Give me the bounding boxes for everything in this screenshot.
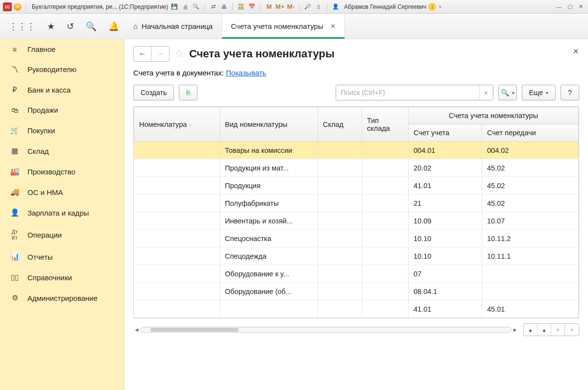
m-icon[interactable]: M: [265, 2, 273, 11]
table-row[interactable]: Инвентарь и хозяй...10.0910.07: [134, 212, 579, 230]
save-icon[interactable]: 💾: [170, 2, 179, 11]
sidebar-item-assets[interactable]: 🚚ОС и НМА: [0, 182, 124, 202]
prev-row-icon[interactable]: ▲: [538, 324, 551, 336]
cell-vid: Оборудование к у...: [220, 265, 318, 283]
books-icon: ▯▯: [10, 273, 20, 282]
info-icon[interactable]: i: [428, 3, 436, 11]
sidebar-item-main[interactable]: ≡Главное: [0, 39, 124, 59]
table-row[interactable]: 41.0145.01: [134, 300, 579, 318]
bell-icon[interactable]: 🔔: [108, 21, 119, 32]
sidebar-item-reports[interactable]: 📊Отчеты: [0, 246, 124, 267]
sidebar-item-warehouse[interactable]: ▦Склад: [0, 141, 124, 161]
cell-nom: [134, 177, 220, 195]
col-warehouse[interactable]: Склад: [318, 107, 362, 142]
create-copy-button[interactable]: ⎘: [179, 85, 197, 100]
factory-icon: 🏭: [10, 167, 20, 176]
menu-icon: ≡: [10, 45, 20, 53]
titlebar-menu-icon[interactable]: ▾: [14, 3, 22, 11]
mplus-icon[interactable]: M+: [275, 2, 284, 11]
sidebar-item-label: Зарплата и кадры: [27, 209, 89, 217]
star-icon[interactable]: ☆: [174, 48, 184, 60]
col-group[interactable]: Счета учета номенклатуры: [409, 107, 579, 124]
cart-icon: 🛒: [10, 126, 20, 135]
table-row[interactable]: Спецоснастка10.1010.11.2: [134, 230, 579, 247]
search-tool-icon[interactable]: 🔍: [86, 21, 97, 32]
help-button[interactable]: ?: [561, 85, 579, 100]
table-row[interactable]: Спецодежда10.1010.11.1: [134, 247, 579, 265]
cell-sklad: [318, 283, 362, 300]
preview-icon[interactable]: 🔍: [192, 2, 200, 11]
back-button[interactable]: ←: [134, 47, 151, 61]
create-button[interactable]: Создать: [133, 85, 174, 100]
maximize-icon[interactable]: ▢: [565, 2, 574, 11]
printer-icon[interactable]: 🖶: [220, 2, 228, 11]
calc-icon[interactable]: 🧮: [237, 2, 245, 11]
zoom-icon[interactable]: 🔎: [303, 2, 312, 11]
compare-icon[interactable]: ⇄: [209, 2, 218, 11]
sidebar-item-admin[interactable]: ⚙Администрирование: [0, 288, 124, 308]
sidebar-item-hr[interactable]: 👤Зарплата и кадры: [0, 202, 124, 223]
next-row-icon[interactable]: ▼: [551, 324, 565, 336]
col-account[interactable]: Счет учета: [409, 124, 482, 142]
history-icon[interactable]: ↺: [67, 21, 74, 32]
apps-icon[interactable]: ⋮⋮⋮: [9, 21, 35, 32]
bars-icon: 📊: [10, 252, 20, 261]
tab-current[interactable]: Счета учета номенклатуры ✕: [222, 14, 344, 39]
sidebar-item-operations[interactable]: Дт КтОперации: [0, 223, 124, 246]
first-row-icon[interactable]: ▲: [524, 324, 538, 336]
col-nomenclature[interactable]: Номенклатура↑: [134, 107, 220, 142]
scroll-right-icon[interactable]: ►: [512, 327, 518, 333]
cell-acct: 07: [409, 265, 482, 283]
scrollbar[interactable]: [140, 327, 512, 333]
sidebar-item-manager[interactable]: 〽Руководителю: [0, 59, 124, 79]
close-tab-icon[interactable]: ✕: [330, 23, 336, 30]
panel-icon[interactable]: ▯: [314, 2, 323, 11]
tab-home[interactable]: ⌂ Начальная страница: [124, 14, 222, 39]
sidebar-item-label: Администрирование: [27, 294, 98, 302]
table-row[interactable]: Продукция41.0145.02: [134, 177, 579, 195]
cell-transfer: 004.02: [482, 142, 579, 159]
table-row[interactable]: Полуфабрикаты2145.02: [134, 195, 579, 212]
more-button[interactable]: Еще: [522, 85, 556, 100]
cell-transfer: 45.01: [482, 300, 579, 318]
home-icon: ⌂: [133, 22, 138, 30]
subline-link[interactable]: Показывать: [226, 69, 266, 77]
cell-nom: [134, 195, 220, 212]
close-page-icon[interactable]: ✕: [573, 47, 579, 56]
sidebar-item-bank[interactable]: ₽Банк и касса: [0, 79, 124, 100]
col-type[interactable]: Вид номенклатуры: [220, 107, 318, 142]
col-transfer[interactable]: Счет передачи: [482, 124, 579, 142]
calendar-icon[interactable]: 📅: [247, 2, 256, 11]
cell-transfer: [482, 283, 579, 300]
sidebar-item-catalogs[interactable]: ▯▯Справочники: [0, 267, 124, 288]
mminus-icon[interactable]: M-: [286, 2, 295, 11]
favorite-icon[interactable]: ★: [47, 21, 55, 32]
cell-transfer: 45.02: [482, 195, 579, 212]
table: Номенклатура↑ Вид номенклатуры Склад Тип…: [133, 106, 579, 318]
table-row[interactable]: Товары на комиссии004.01004.02: [134, 142, 579, 159]
last-row-icon[interactable]: ▼: [565, 324, 579, 336]
table-row[interactable]: Оборудование (об...08.04.1: [134, 283, 579, 300]
cell-sklad: [318, 230, 362, 247]
search-input[interactable]: [336, 85, 479, 100]
table-row[interactable]: Оборудование к у...07: [134, 265, 579, 283]
col-warehouse-type[interactable]: Тип склада: [362, 107, 409, 142]
sidebar-item-sales[interactable]: 🛍Продажи: [0, 100, 124, 120]
page-title: Счета учета номенклатуры: [189, 48, 335, 60]
scroll-thumb[interactable]: [150, 328, 239, 332]
subline: Счета учета в документах: Показывать: [133, 69, 579, 77]
sidebar-item-production[interactable]: 🏭Производство: [0, 161, 124, 182]
sidebar-item-label: Производство: [27, 168, 75, 176]
cell-vid: Продукция из мат...: [220, 159, 318, 177]
search-menu-button[interactable]: 🔍: [498, 85, 517, 100]
print-icon[interactable]: 🖨: [181, 2, 190, 11]
info-chevron-icon[interactable]: ▾: [439, 4, 441, 9]
close-window-icon[interactable]: ✕: [576, 2, 585, 11]
sidebar-item-purchases[interactable]: 🛒Покупки: [0, 120, 124, 141]
bottom-scroll: ◄ ► ▲ ▲ ▼ ▼: [133, 323, 579, 336]
table-row[interactable]: Продукция из мат...20.0245.02: [134, 159, 579, 177]
minimize-icon[interactable]: —: [555, 2, 564, 11]
scroll-left-icon[interactable]: ◄: [133, 327, 140, 333]
sidebar-item-label: Банк и касса: [27, 86, 71, 94]
clear-search-icon[interactable]: ×: [479, 85, 493, 100]
